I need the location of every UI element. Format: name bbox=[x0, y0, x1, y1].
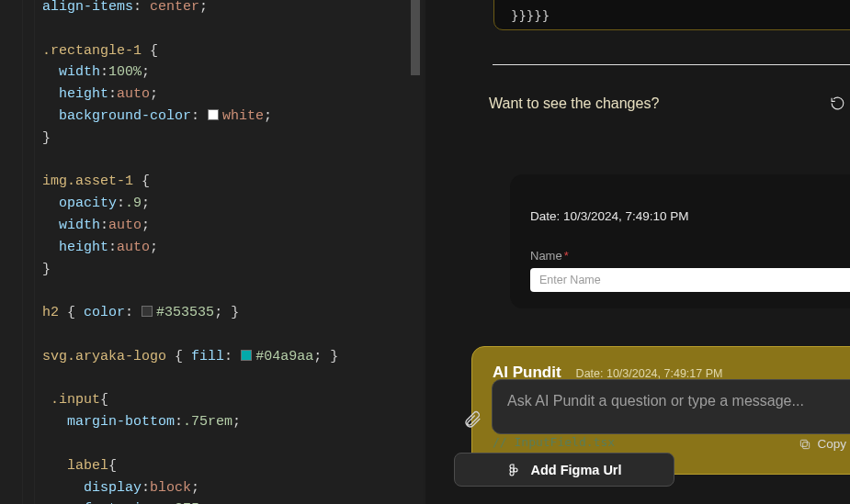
push-button[interactable]: Push bbox=[830, 95, 850, 111]
code-tail: }}}}} bbox=[511, 8, 550, 23]
copy-label: Copy bbox=[817, 437, 846, 451]
ai-date: Date: 10/3/2024, 7:49:17 PM bbox=[576, 367, 723, 380]
chat-input-placeholder: Ask AI Pundit a question or type a messa… bbox=[507, 393, 804, 409]
code-content[interactable]: align-items: center; .rectangle-1 { widt… bbox=[42, 0, 338, 504]
editor-gutter bbox=[0, 0, 35, 504]
figma-icon bbox=[506, 463, 521, 477]
push-prompt: Want to see the changes? bbox=[489, 95, 659, 111]
scrollbar-thumb[interactable] bbox=[411, 0, 420, 75]
code-editor-pane[interactable]: align-items: center; .rectangle-1 { widt… bbox=[0, 0, 423, 504]
svg-rect-0 bbox=[803, 442, 810, 448]
attach-icon[interactable] bbox=[462, 409, 482, 430]
name-input[interactable] bbox=[530, 268, 850, 292]
svg-rect-1 bbox=[801, 440, 808, 446]
code-output-bubble: }}}}} bbox=[493, 0, 850, 30]
preview-form-card: Date: 10/3/2024, 7:49:10 PM Name* bbox=[510, 174, 850, 308]
add-figma-url-button[interactable]: Add Figma Url bbox=[454, 453, 674, 487]
undo-icon bbox=[830, 95, 845, 111]
ai-code-comment: // InputField.tsx bbox=[493, 435, 845, 449]
copy-button[interactable]: Copy bbox=[799, 437, 846, 451]
push-row: Want to see the changes? Push bbox=[489, 95, 850, 123]
editor-scrollbar[interactable] bbox=[411, 0, 420, 504]
chat-input[interactable]: Ask AI Pundit a question or type a messa… bbox=[492, 379, 850, 434]
form-date: Date: 10/3/2024, 7:49:10 PM bbox=[530, 209, 850, 223]
copy-icon bbox=[799, 438, 811, 451]
required-asterisk: * bbox=[564, 249, 569, 263]
name-label: Name* bbox=[530, 249, 850, 263]
figma-button-label: Add Figma Url bbox=[530, 463, 621, 477]
divider bbox=[493, 64, 850, 65]
chat-pane: }}}}} Want to see the changes? Push Date… bbox=[425, 0, 850, 504]
svg-point-2 bbox=[514, 468, 517, 472]
